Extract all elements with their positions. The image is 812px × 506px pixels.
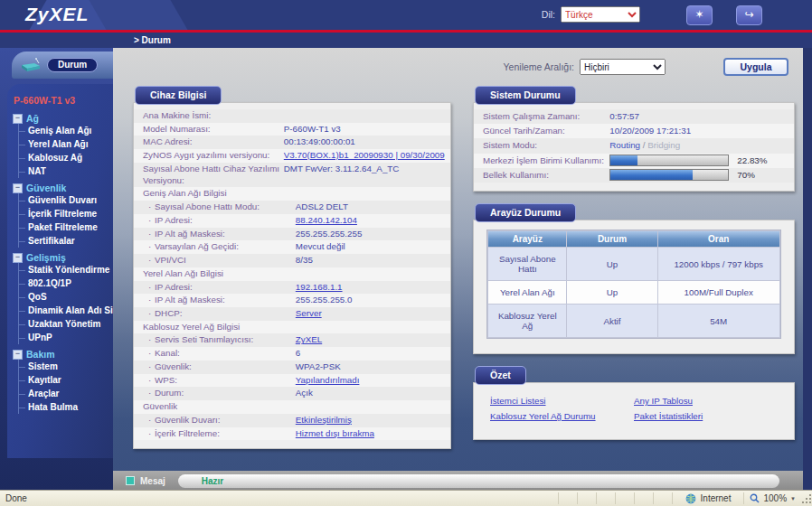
device-info-panel: Cihaz Bilgisi Ana Makine İsmi:Model Numa… <box>133 86 451 449</box>
info-label: Güvenlik: <box>143 361 296 373</box>
info-row: Geniş Alan Ağı Bilgisi <box>134 187 450 201</box>
info-label: Merkezi İşlem Birimi Kullanımı: <box>483 155 609 167</box>
sidebar-sections: −AğGeniş Alan AğıYerel Alan AğıKablosuz … <box>12 113 113 414</box>
message-icon <box>126 476 135 485</box>
mode-inactive-label: Bridging <box>647 140 680 150</box>
info-link[interactable]: ZyXEL <box>296 334 441 346</box>
sidebar-item[interactable]: Sistem <box>19 360 113 373</box>
security-zone-indicator: Internet <box>672 492 744 504</box>
sidebar-item[interactable]: İçerik Filtreleme <box>19 207 113 220</box>
sidebar-section: −Bakım <box>12 349 113 360</box>
resize-grip[interactable] <box>801 492 812 504</box>
column-header: Oran <box>658 231 779 247</box>
info-value: P-660W-T1 v3 <box>284 124 441 136</box>
summary-link[interactable]: Any IP Tablosu <box>634 396 778 406</box>
internet-globe-icon <box>685 493 696 504</box>
statusbar-cell <box>615 492 634 504</box>
info-value: 6 <box>296 348 441 360</box>
summary-link[interactable]: Paket İstatistikleri <box>634 411 778 421</box>
logout-icon[interactable]: ↪ <box>736 5 762 25</box>
status-tab[interactable]: Durum <box>12 52 113 79</box>
sidebar-item[interactable]: Statik Yönlendirme <box>19 263 113 276</box>
sidebar-item[interactable]: Geniş Alan Ağı <box>19 124 113 137</box>
sidebar-item[interactable]: Uzaktan Yönetim <box>19 317 113 331</box>
wizard-icon[interactable]: ✶ <box>686 5 713 25</box>
collapse-icon[interactable]: − <box>13 253 23 263</box>
summary-link[interactable]: Kablosuz Yerel Ağ Durumu <box>490 411 634 421</box>
sidebar-item[interactable]: Kayıtlar <box>19 373 113 387</box>
device-model-label: P-660W-T1 v3 <box>12 93 113 108</box>
zyxel-logo: ZyXEL <box>25 4 89 25</box>
sidebar-item[interactable]: UPnP <box>19 331 113 344</box>
status-tab-label[interactable]: Durum <box>47 58 98 72</box>
info-row: İçerik Filtreleme:Hizmet dışı bırakma <box>134 427 450 441</box>
sidebar-item[interactable]: Hata Bulma <box>19 400 113 414</box>
info-link[interactable]: V3.70(BOX.1)b1_20090930 | 09/30/2009 <box>284 150 445 162</box>
table-cell: Sayısal Abone Hattı <box>488 248 566 280</box>
sidebar-item[interactable]: NAT <box>19 164 113 178</box>
info-link[interactable]: 88.240.142.104 <box>296 215 441 227</box>
sidebar-section-label[interactable]: Bakım <box>26 349 55 360</box>
table-cell: 100M/Full Duplex <box>658 281 779 304</box>
usage-percent: 70% <box>737 169 755 182</box>
mode-active-label[interactable]: Routing <box>609 140 640 150</box>
collapse-icon[interactable]: − <box>13 183 23 193</box>
info-link[interactable]: Etkinleştirilmiş <box>296 415 441 426</box>
sidebar-section-items: Statik Yönlendirme802.1Q/1PQoSDinamik Al… <box>18 263 113 344</box>
content-area: Yenileme Aralığı: Hiçbiri Uygula Cihaz B… <box>113 48 812 491</box>
summary-link[interactable]: İstemci Listesi <box>490 396 634 406</box>
breadcrumb: > Durum <box>0 35 171 45</box>
system-status-title: Sistem Durumu <box>475 86 576 105</box>
info-label: İçerik Filtreleme: <box>143 428 296 440</box>
sidebar-item[interactable]: Dinamik Alan Adı Sistemi <box>19 304 113 317</box>
usage-bar-fill <box>610 170 693 180</box>
refresh-interval-select[interactable]: Hiçbiri <box>580 59 666 75</box>
sidebar-section-label[interactable]: Gelişmiş <box>26 252 66 263</box>
sidebar-item[interactable]: QoS <box>19 290 113 304</box>
column-header: Durum <box>567 231 656 247</box>
sidebar-item[interactable]: Araçlar <box>19 387 113 400</box>
device-info-body: Ana Makine İsmi:Model Numarası:P-660W-T1… <box>133 102 451 449</box>
sidebar-item[interactable]: Paket Filtreleme <box>19 220 113 234</box>
sidebar-item[interactable]: Yerel Alan Ağı <box>19 137 113 151</box>
sidebar-section-label[interactable]: Güvenlik <box>26 183 66 193</box>
sidebar-item[interactable]: Sertifikalar <box>19 234 113 248</box>
system-status-row: Bellek Kullanımı:70% <box>474 168 794 183</box>
info-row: IP Alt ağ Maskesi:255.255.255.0 <box>134 294 450 307</box>
info-link[interactable]: Yapılandırılmadı <box>296 375 441 387</box>
table-row: Yerel Alan AğıUp100M/Full Duplex <box>488 281 779 304</box>
info-row: Güvenlik <box>134 400 450 414</box>
sidebar: Durum P-660W-T1 v3 −AğGeniş Alan AğıYere… <box>0 48 113 491</box>
summary-panel: Özet İstemci ListesiAny IP TablosuKablos… <box>473 366 795 440</box>
sidebar-section-label[interactable]: Ağ <box>26 113 39 124</box>
zoom-control[interactable]: 100% ▼ <box>743 492 801 504</box>
info-label: Geniş Alan Ağı Bilgisi <box>143 188 441 200</box>
info-label: DHCP: <box>143 308 296 320</box>
info-link[interactable]: Hizmet dışı bırakma <box>296 428 441 440</box>
info-label: Güvenlik Duvarı: <box>143 415 296 426</box>
info-row: Kanal:6 <box>134 347 450 361</box>
statusbar-cell <box>653 492 672 504</box>
collapse-icon[interactable]: − <box>13 114 23 124</box>
info-link[interactable]: 192.168.1.1 <box>296 282 441 294</box>
sidebar-item[interactable]: Kablosuz Ağ <box>19 151 113 164</box>
sidebar-item[interactable]: 802.1Q/1P <box>19 276 113 290</box>
info-row: WPS:Yapılandırılmadı <box>134 374 450 388</box>
router-icon <box>20 58 42 72</box>
sidebar-section: −Güvenlik <box>12 183 113 193</box>
info-label: VPI/VCI <box>143 255 296 267</box>
info-label: Servis Seti Tanımlayıcısı: <box>143 334 296 346</box>
info-row: Güvenlik Duvarı:Etkinleştirilmiş <box>134 414 450 427</box>
info-row: VPI/VCI8/35 <box>134 254 450 267</box>
system-status-row: Güncel Tarih/Zaman:10/20/2009 17:21:31 <box>474 124 794 138</box>
dropdown-arrow-icon[interactable]: ▼ <box>790 496 796 501</box>
summary-title: Özet <box>475 366 526 385</box>
info-link[interactable]: Server <box>296 308 441 320</box>
sidebar-item[interactable]: Güvenlik Duvarı <box>19 193 113 207</box>
info-label: ZyNOS Aygıt yazılımı versiyonu: <box>143 150 284 162</box>
language-select[interactable]: Türkçe <box>561 6 640 23</box>
collapse-icon[interactable]: − <box>13 350 23 360</box>
apply-button[interactable]: Uygula <box>723 58 788 76</box>
info-label: IP Adresi: <box>143 215 296 227</box>
info-row: Güvenlik:WPA2-PSK <box>134 361 450 374</box>
